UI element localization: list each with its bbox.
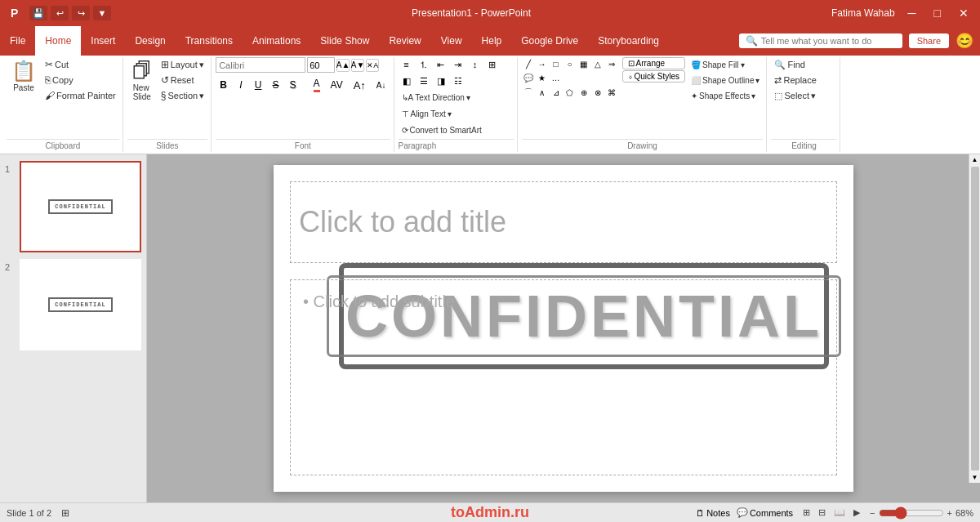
align-text-button[interactable]: ⊤ Align Text ▾	[399, 106, 455, 121]
menu-animations[interactable]: Animations	[243, 26, 310, 56]
clear-formatting-button[interactable]: ✕A	[366, 59, 379, 72]
oval-shape-btn[interactable]: ○	[564, 57, 577, 70]
menu-home[interactable]: Home	[35, 26, 81, 56]
paste-button[interactable]: 📋 Paste	[7, 57, 41, 95]
slide-title-area[interactable]: Click to add title	[290, 181, 837, 263]
arrange-button[interactable]: ⊡ Arrange	[622, 57, 686, 69]
align-right-button[interactable]: ◨	[433, 74, 449, 88]
underline-button[interactable]: U	[251, 78, 266, 92]
menu-transitions[interactable]: Transitions	[176, 26, 243, 56]
font-size-input[interactable]	[307, 57, 335, 73]
strikethrough-button[interactable]: S	[268, 78, 283, 92]
share-button[interactable]: Share	[909, 33, 949, 48]
save-icon[interactable]: 💾	[29, 6, 47, 20]
shape-row2-1[interactable]: ⌒	[522, 86, 535, 99]
menu-insert[interactable]: Insert	[81, 26, 125, 56]
align-center-button[interactable]: ☰	[416, 74, 432, 88]
bold-button[interactable]: B	[216, 78, 231, 92]
quick-styles-button[interactable]: ⬨ Quick Styles	[622, 70, 686, 83]
undo-icon[interactable]: ↩	[51, 6, 69, 20]
shape-row2-4[interactable]: ⬠	[564, 86, 577, 99]
shape-effects-button[interactable]: ✦ Shape Effects ▾	[688, 88, 763, 103]
rt-arrow-btn[interactable]: ⇒	[605, 57, 618, 70]
char-spacing-button[interactable]: AV	[327, 78, 347, 92]
cut-button[interactable]: ✂ Cut	[42, 57, 119, 72]
callout-btn[interactable]: 💬	[522, 71, 535, 84]
comments-button[interactable]: 💬 Comments	[737, 507, 793, 518]
slideshow-button[interactable]: ▶	[850, 506, 863, 520]
menu-file[interactable]: File	[0, 26, 35, 56]
scroll-thumb[interactable]	[971, 167, 979, 471]
shape-row2-5[interactable]: ⊕	[577, 86, 590, 99]
font-name-input[interactable]	[216, 57, 305, 73]
menu-review[interactable]: Review	[379, 26, 430, 56]
align-left-button[interactable]: ◧	[399, 74, 415, 88]
section-button[interactable]: § Section ▾	[158, 88, 207, 103]
slide-2-thumbnail[interactable]: CONFIDENTIAL	[20, 259, 141, 350]
customize-qat-icon[interactable]: ▼	[93, 6, 111, 20]
justify-button[interactable]: ☷	[450, 74, 466, 88]
line-shape-btn[interactable]: ╱	[522, 57, 535, 70]
increase-indent-button[interactable]: ⇥	[450, 57, 466, 72]
font-size-up-btn[interactable]: A↑	[350, 78, 370, 93]
reading-view-button[interactable]: 📖	[831, 506, 849, 520]
replace-button[interactable]: ⇄ Replace	[771, 73, 836, 87]
scroll-up-button[interactable]: ▲	[970, 154, 980, 165]
zoom-out-button[interactable]: −	[870, 508, 875, 518]
menu-google-drive[interactable]: Google Drive	[511, 26, 588, 56]
zoom-slider[interactable]	[879, 506, 944, 520]
slide-canvas[interactable]: Click to add title CONFIDENTIAL • Click …	[274, 165, 853, 492]
layout-button[interactable]: ⊞ Layout ▾	[158, 57, 207, 72]
notes-button[interactable]: 🗒 Notes	[696, 508, 730, 518]
format-painter-button[interactable]: 🖌 Format Painter	[42, 88, 119, 103]
new-slide-button[interactable]: 🗍 New Slide	[127, 57, 157, 104]
menu-view[interactable]: View	[431, 26, 472, 56]
shape-row2-7[interactable]: ⌘	[605, 86, 618, 99]
shape-row2-3[interactable]: ⊿	[550, 86, 563, 99]
menu-help[interactable]: Help	[472, 26, 512, 56]
font-size-down-btn[interactable]: A↓	[372, 79, 390, 91]
vertical-scrollbar[interactable]: ▲ ▼	[969, 154, 980, 483]
close-button[interactable]: ✕	[954, 7, 973, 20]
redo-icon[interactable]: ↪	[72, 6, 90, 20]
convert-smartart-button[interactable]: ⟳ Convert to SmartArt	[399, 123, 485, 137]
slide-1-thumbnail[interactable]: CONFIDENTIAL	[20, 161, 141, 252]
decrease-indent-button[interactable]: ⇤	[433, 57, 449, 72]
slide-sorter-button[interactable]: ⊟	[815, 506, 829, 520]
zoom-in-button[interactable]: +	[947, 508, 952, 518]
scroll-down-button[interactable]: ▼	[970, 472, 980, 483]
minimize-button[interactable]: ─	[903, 7, 921, 20]
shape-row2-6[interactable]: ⊗	[591, 86, 604, 99]
normal-view-button[interactable]: ⊞	[800, 506, 813, 520]
reset-button[interactable]: ↺ Reset	[158, 73, 207, 87]
arrow-shape-btn[interactable]: →	[536, 57, 549, 70]
shadow-button[interactable]: S	[286, 78, 301, 92]
extra-shapes-btn[interactable]: …	[550, 71, 563, 84]
shape-fill-button[interactable]: 🪣 Shape Fill ▾	[688, 57, 763, 72]
decrease-font-size-button[interactable]: A▼	[351, 59, 364, 72]
increase-font-size-button[interactable]: A▲	[336, 59, 350, 72]
more-shapes-btn[interactable]: ▦	[577, 57, 590, 70]
search-input[interactable]	[761, 36, 884, 46]
find-button[interactable]: 🔍 Find	[771, 57, 836, 72]
fit-slide-button[interactable]: ⊞	[58, 506, 73, 520]
copy-button[interactable]: ⎘ Copy	[42, 73, 119, 87]
triangle-btn[interactable]: △	[591, 57, 604, 70]
rect-shape-btn[interactable]: □	[550, 57, 563, 70]
text-direction-button[interactable]: ↳A Text Direction ▾	[399, 90, 474, 105]
star-btn[interactable]: ★	[536, 71, 549, 84]
shape-outline-button[interactable]: ⬜ Shape Outline ▾	[688, 73, 763, 87]
bullets-button[interactable]: ≡	[399, 57, 415, 72]
columns-button[interactable]: ⊞	[484, 57, 501, 72]
slide-subtitle-area[interactable]: • Click to add subtitle	[290, 279, 837, 475]
menu-slideshow[interactable]: Slide Show	[310, 26, 379, 56]
restore-button[interactable]: □	[929, 7, 946, 20]
font-color-button[interactable]: A	[310, 76, 324, 94]
menu-design[interactable]: Design	[125, 26, 175, 56]
line-spacing-button[interactable]: ↕	[467, 57, 483, 72]
select-button[interactable]: ⬚ Select ▾	[771, 88, 836, 103]
shape-row2-2[interactable]: ∧	[536, 86, 549, 99]
italic-button[interactable]: I	[234, 78, 248, 92]
numbering-button[interactable]: ⒈	[416, 57, 432, 72]
menu-storyboarding[interactable]: Storyboarding	[588, 26, 669, 56]
